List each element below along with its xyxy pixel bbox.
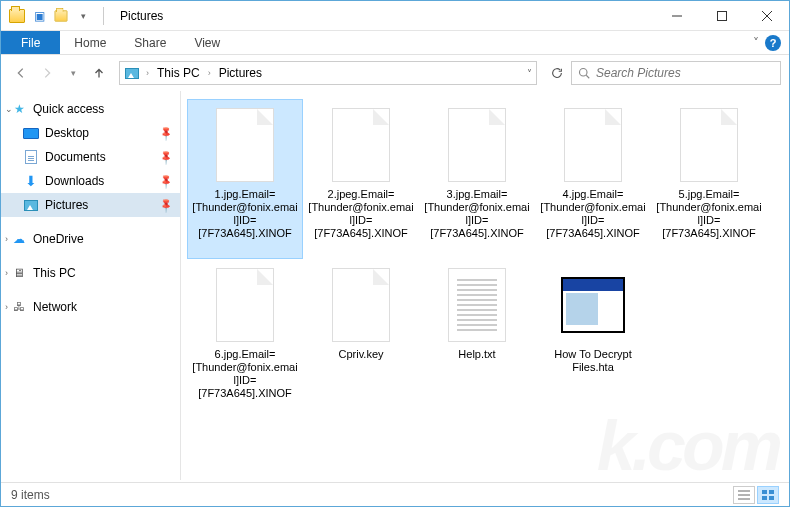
file-item[interactable]: 1.jpg.Email=[Thunder@fonix.email]ID=[7F7…	[187, 99, 303, 259]
maximize-button[interactable]	[699, 1, 744, 30]
file-item[interactable]: 3.jpg.Email=[Thunder@fonix.email]ID=[7F7…	[419, 99, 535, 259]
navigation-row: ▾ › This PC › Pictures ˅	[1, 55, 789, 91]
file-name: 2.jpeg.Email=[Thunder@fonix.email]ID=[7F…	[308, 188, 414, 240]
ribbon-expand-icon[interactable]: ˅	[753, 36, 759, 50]
chevron-down-icon[interactable]: ⌄	[5, 104, 13, 114]
breadcrumb-current[interactable]: Pictures	[217, 66, 264, 80]
file-thumbnail	[559, 266, 627, 344]
location-icon	[124, 65, 140, 81]
divider	[103, 7, 104, 25]
search-input[interactable]	[596, 66, 774, 80]
window-title: Pictures	[120, 9, 163, 23]
address-dropdown-icon[interactable]: ˅	[527, 68, 532, 79]
sidebar-thispc[interactable]: › 🖥 This PC	[1, 261, 180, 285]
tab-share[interactable]: Share	[120, 31, 180, 54]
navigation-pane: ⌄ ★ Quick access Desktop Documents ⬇ Dow…	[1, 91, 181, 480]
downloads-icon: ⬇	[23, 173, 39, 189]
file-name: How To Decrypt Files.hta	[540, 348, 646, 374]
file-item[interactable]: 5.jpg.Email=[Thunder@fonix.email]ID=[7F7…	[651, 99, 767, 259]
file-name: Cpriv.key	[338, 348, 383, 361]
network-icon: 🖧	[11, 299, 27, 315]
breadcrumb-root[interactable]: This PC	[155, 66, 202, 80]
file-thumbnail	[211, 266, 279, 344]
sidebar-item-label: Desktop	[45, 126, 89, 140]
file-thumbnail	[559, 106, 627, 184]
sidebar-quick-access[interactable]: ⌄ ★ Quick access	[1, 97, 180, 121]
file-thumbnail	[211, 106, 279, 184]
minimize-button[interactable]	[654, 1, 699, 30]
file-item[interactable]: 4.jpg.Email=[Thunder@fonix.email]ID=[7F7…	[535, 99, 651, 259]
file-name: 6.jpg.Email=[Thunder@fonix.email]ID=[7F7…	[192, 348, 298, 400]
explorer-body: ⌄ ★ Quick access Desktop Documents ⬇ Dow…	[1, 91, 789, 480]
chevron-right-icon[interactable]: ›	[5, 234, 8, 244]
file-thumbnail	[327, 266, 395, 344]
file-item[interactable]: 2.jpeg.Email=[Thunder@fonix.email]ID=[7F…	[303, 99, 419, 259]
close-button[interactable]	[744, 1, 789, 30]
chevron-right-icon[interactable]: ›	[5, 302, 8, 312]
file-tab[interactable]: File	[1, 31, 60, 54]
search-box[interactable]	[571, 61, 781, 85]
window-controls	[654, 1, 789, 30]
sidebar-item-documents[interactable]: Documents	[1, 145, 180, 169]
sidebar-label: Quick access	[33, 102, 104, 116]
status-bar: 9 items	[1, 482, 789, 506]
sidebar-label: This PC	[33, 266, 76, 280]
file-name: 1.jpg.Email=[Thunder@fonix.email]ID=[7F7…	[192, 188, 298, 240]
refresh-button[interactable]	[545, 61, 569, 85]
new-folder-icon[interactable]	[53, 8, 69, 24]
file-thumbnail	[675, 106, 743, 184]
file-list[interactable]: 1.jpg.Email=[Thunder@fonix.email]ID=[7F7…	[181, 91, 789, 480]
svg-rect-9	[762, 490, 767, 494]
file-thumbnail	[443, 106, 511, 184]
desktop-icon	[23, 125, 39, 141]
file-name: 3.jpg.Email=[Thunder@fonix.email]ID=[7F7…	[424, 188, 530, 240]
file-item[interactable]: 6.jpg.Email=[Thunder@fonix.email]ID=[7F7…	[187, 259, 303, 419]
sidebar-item-desktop[interactable]: Desktop	[1, 121, 180, 145]
recent-locations-button[interactable]: ▾	[61, 61, 85, 85]
thispc-icon: 🖥	[11, 265, 27, 281]
help-icon[interactable]: ?	[765, 35, 781, 51]
title-bar: ▣ ▾ Pictures	[1, 1, 789, 31]
pictures-icon	[23, 197, 39, 213]
sidebar-item-label: Documents	[45, 150, 106, 164]
sidebar-network[interactable]: › 🖧 Network	[1, 295, 180, 319]
sidebar-label: OneDrive	[33, 232, 84, 246]
sidebar-item-downloads[interactable]: ⬇ Downloads	[1, 169, 180, 193]
properties-icon[interactable]: ▣	[31, 8, 47, 24]
documents-icon	[23, 149, 39, 165]
file-name: 5.jpg.Email=[Thunder@fonix.email]ID=[7F7…	[656, 188, 762, 240]
sidebar-item-pictures[interactable]: Pictures	[1, 193, 180, 217]
file-item[interactable]: Help.txt	[419, 259, 535, 419]
chevron-right-icon[interactable]: ›	[5, 268, 8, 278]
star-icon: ★	[11, 101, 27, 117]
tab-home[interactable]: Home	[60, 31, 120, 54]
back-button[interactable]	[9, 61, 33, 85]
file-thumbnail	[443, 266, 511, 344]
file-item[interactable]: Cpriv.key	[303, 259, 419, 419]
file-name: Help.txt	[458, 348, 495, 361]
details-view-button[interactable]	[733, 486, 755, 504]
svg-line-5	[586, 75, 589, 78]
sidebar-item-label: Downloads	[45, 174, 104, 188]
tab-view[interactable]: View	[180, 31, 234, 54]
forward-button[interactable]	[35, 61, 59, 85]
view-toggle	[733, 486, 779, 504]
ribbon: File Home Share View ˅ ?	[1, 31, 789, 55]
chevron-right-icon[interactable]: ›	[206, 68, 213, 78]
svg-rect-12	[769, 496, 774, 500]
svg-rect-1	[717, 11, 726, 20]
chevron-right-icon[interactable]: ›	[144, 68, 151, 78]
icons-view-button[interactable]	[757, 486, 779, 504]
sidebar-onedrive[interactable]: › ☁ OneDrive	[1, 227, 180, 251]
item-count: 9 items	[11, 488, 50, 502]
address-bar[interactable]: › This PC › Pictures ˅	[119, 61, 537, 85]
svg-rect-10	[769, 490, 774, 494]
svg-rect-11	[762, 496, 767, 500]
sidebar-label: Network	[33, 300, 77, 314]
file-thumbnail	[327, 106, 395, 184]
sidebar-item-label: Pictures	[45, 198, 88, 212]
up-button[interactable]	[87, 61, 111, 85]
file-item[interactable]: How To Decrypt Files.hta	[535, 259, 651, 419]
qat-dropdown-icon[interactable]: ▾	[75, 8, 91, 24]
quick-access-toolbar: ▣ ▾ Pictures	[1, 7, 163, 25]
